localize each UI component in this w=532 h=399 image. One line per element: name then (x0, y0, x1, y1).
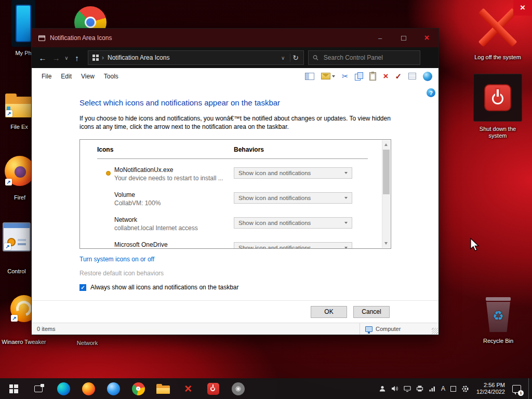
power-icon (207, 383, 219, 395)
link-turn-system-icons[interactable]: Turn system icons on or off (79, 256, 154, 263)
shutdown-tile (473, 74, 522, 122)
cancel-button[interactable]: Cancel (353, 306, 390, 318)
folder-icon (156, 384, 170, 394)
scrollbar-thumb[interactable] (383, 150, 390, 194)
taskbar-clock[interactable]: 2:56 PM 12/24/2022 (474, 382, 507, 395)
delete-icon[interactable]: × (383, 71, 388, 82)
printer-tray-icon[interactable] (416, 385, 423, 392)
display-tray-icon[interactable] (404, 385, 411, 392)
search-input[interactable] (323, 54, 416, 62)
start-button[interactable] (1, 378, 26, 399)
checkbox-checked[interactable]: ✓ (79, 284, 86, 291)
show-desktop-button[interactable] (528, 378, 530, 399)
copy-icon[interactable] (355, 72, 363, 80)
list-item[interactable]: Volume CollabVM: 100% Show icon and noti… (80, 189, 391, 214)
behavior-select[interactable]: Show icon and notifications (234, 192, 352, 204)
help-button[interactable]: ? (427, 88, 435, 97)
footer-divider (32, 300, 438, 301)
language-indicator[interactable]: A (441, 385, 445, 392)
taskbar-browser[interactable] (101, 378, 126, 399)
ime-tray-icon[interactable] (450, 386, 456, 392)
shortcut-arrow-icon: ↗ (4, 243, 11, 250)
desktop-icon-label: Network (77, 340, 98, 347)
task-view-icon (34, 385, 43, 392)
close-button[interactable]: × (415, 29, 438, 47)
behavior-value: Show icon and notifications (238, 170, 311, 176)
maximize-button[interactable] (392, 29, 415, 47)
breadcrumb-text[interactable]: Notification Area Icons (108, 54, 169, 61)
column-header-behaviors: Behaviors (234, 146, 264, 153)
up-button[interactable]: ↑ (70, 54, 84, 62)
desktop-icon-label: Firef (14, 194, 25, 201)
folder-icon: ↗ (5, 94, 33, 117)
list-item[interactable]: Microsoft OneDrive Show icon and notific… (80, 238, 391, 249)
list-scrollbar[interactable] (382, 140, 390, 248)
history-chevron-icon[interactable]: ∨ (63, 55, 70, 61)
recycle-symbol-icon: ♻ (484, 309, 513, 323)
always-show-checkbox-row[interactable]: ✓ Always show all icons and notification… (79, 284, 239, 291)
page-title: Select which icons and notifications app… (79, 98, 280, 107)
notification-area-icons-window: Notification Area Icons – × ← → ∨ ↑ › No… (31, 28, 439, 335)
app-status-icon (106, 171, 111, 176)
menu-edit[interactable]: Edit (56, 73, 76, 80)
desktop-icon-network[interactable]: Network (72, 340, 103, 347)
mouse-cursor (470, 238, 482, 254)
minimize-button[interactable]: – (368, 29, 392, 47)
status-zone: Computer (360, 323, 438, 335)
page-content: ? Select which icons and notifications a… (32, 84, 438, 323)
breadcrumb[interactable]: › Notification Area Icons ∨ ↻ (88, 50, 304, 65)
column-header-icons: Icons (97, 146, 113, 153)
help-globe-icon[interactable] (423, 72, 432, 81)
list-item[interactable]: Network collabnet.local Internet access … (80, 214, 391, 238)
task-view-button[interactable] (26, 378, 51, 399)
menu-view[interactable]: View (76, 73, 99, 80)
search-box[interactable] (308, 50, 420, 65)
address-dropdown-icon[interactable]: ∨ (276, 55, 290, 61)
behavior-select[interactable]: Show icon and notifications (234, 242, 352, 249)
paste-icon[interactable] (369, 72, 376, 81)
taskbar-edge[interactable] (51, 378, 76, 399)
notification-center-icon[interactable]: 1 (512, 385, 521, 393)
desktop-icon-shut-down[interactable]: Shut down the system (473, 74, 523, 139)
behavior-select[interactable]: Show icon and notifications (234, 217, 352, 229)
user-tray-icon[interactable] (379, 385, 386, 392)
firefox-icon (82, 382, 95, 395)
header-underline (97, 158, 368, 159)
vm-close-button[interactable]: × (513, 0, 532, 16)
edge-icon (57, 382, 70, 395)
status-items-count: 0 items (32, 326, 55, 332)
window-titlebar[interactable]: Notification Area Icons – × (32, 29, 438, 47)
settings-gear-icon[interactable] (461, 385, 469, 393)
taskbar-firefox[interactable] (76, 378, 101, 399)
taskbar-media[interactable] (225, 378, 250, 399)
scroll-up-icon[interactable] (384, 143, 388, 146)
rename-check-icon[interactable]: ✓ (395, 72, 402, 81)
combo-chevron-icon (344, 247, 348, 249)
cut-icon[interactable]: ✂ (342, 72, 349, 81)
scroll-down-icon[interactable] (384, 242, 388, 245)
preview-pane-icon[interactable] (305, 73, 314, 80)
taskbar-shutdown[interactable] (201, 378, 225, 399)
ok-button[interactable]: OK (311, 306, 347, 318)
network-tray-icon[interactable] (429, 385, 436, 392)
taskbar: × A 2:56 PM 12/24/2022 (0, 378, 532, 399)
back-button[interactable]: ← (36, 54, 49, 62)
refresh-button[interactable]: ↻ (290, 54, 303, 62)
combo-chevron-icon (344, 222, 348, 224)
share-button[interactable] (321, 73, 335, 79)
taskbar-file-explorer[interactable] (151, 378, 176, 399)
forward-button[interactable]: → (49, 54, 63, 62)
resize-grip[interactable] (432, 328, 438, 334)
behavior-select[interactable]: Show icon and notifications (234, 167, 352, 179)
volume-tray-icon[interactable] (391, 385, 398, 392)
taskbar-chrome[interactable] (126, 378, 151, 399)
desktop-icon-label: Control (7, 268, 25, 275)
taskbar-apps: × (0, 378, 250, 399)
list-item[interactable]: MoNotificationUx.exe Your device needs t… (80, 164, 391, 189)
properties-icon[interactable] (408, 73, 416, 79)
desktop-icon-recycle-bin[interactable]: ♻ Recycle Bin (474, 297, 522, 344)
taskbar-log-off[interactable]: × (176, 378, 201, 399)
menu-file[interactable]: File (37, 73, 56, 80)
checkbox-label: Always show all icons and notifications … (90, 284, 239, 291)
menu-tools[interactable]: Tools (99, 73, 123, 80)
